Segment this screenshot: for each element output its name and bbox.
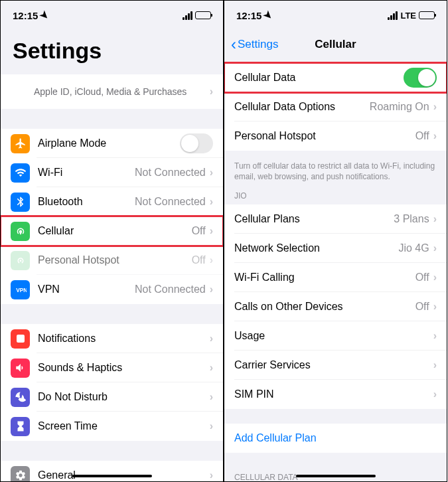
chevron-right-icon: › <box>433 330 437 342</box>
bluetooth-icon <box>11 193 30 212</box>
alerts-group: Notifications›Sounds & Haptics›Do Not Di… <box>1 324 223 441</box>
svg-rect-1 <box>17 335 25 343</box>
wificall-label: Wi-Fi Calling <box>234 272 411 283</box>
airplane-icon <box>11 134 30 153</box>
network-detail: Jio 4G <box>398 242 429 254</box>
general-icon <box>11 466 30 483</box>
network-label: Network Selection <box>234 242 394 254</box>
cell-options-label: Cellular Data Options <box>234 101 366 113</box>
simpin-label: SIM PIN <box>234 388 429 400</box>
vpn-detail: Not Connected <box>135 283 206 295</box>
cellular-icon <box>11 222 30 241</box>
home-indicator[interactable] <box>296 475 376 477</box>
signal-icon <box>183 11 192 20</box>
simpin-row[interactable]: SIM PIN› <box>224 380 447 409</box>
airplane-row[interactable]: Airplane Mode <box>1 129 223 158</box>
vpn-label: VPN <box>38 283 131 295</box>
add-plan-group: Add Cellular Plan <box>224 424 447 453</box>
vpn-icon: VPN <box>11 280 30 299</box>
airplane-label: Airplane Mode <box>38 137 180 149</box>
wificall-row[interactable]: Wi-Fi CallingOff› <box>224 263 447 292</box>
hotspot-detail: Off <box>192 254 206 266</box>
chevron-right-icon: › <box>433 101 437 113</box>
wifi-detail: Not Connected <box>135 167 206 179</box>
add-cellular-plan[interactable]: Add Cellular Plan <box>224 424 447 453</box>
cellular-main-group: Cellular DataCellular Data OptionsRoamin… <box>224 63 447 151</box>
dnd-icon <box>11 388 30 407</box>
screentime-icon <box>11 417 30 436</box>
location-icon: ➤ <box>38 8 52 23</box>
wifi-row[interactable]: Wi-FiNot Connected› <box>1 158 223 187</box>
status-time: 12:15 <box>236 10 261 21</box>
callsother-row[interactable]: Calls on Other DevicesOff› <box>224 292 447 321</box>
chevron-right-icon: › <box>433 301 437 313</box>
cell-data-row[interactable]: Cellular Data <box>224 63 447 92</box>
chevron-right-icon: › <box>433 213 437 225</box>
carrier-row[interactable]: Carrier Services› <box>224 351 447 380</box>
wifi-label: Wi-Fi <box>38 167 131 179</box>
hotspot-label: Personal Hotspot <box>38 254 188 266</box>
plans-row[interactable]: Cellular Plans3 Plans› <box>224 204 447 234</box>
vpn-row[interactable]: VPNVPNNot Connected› <box>1 275 223 304</box>
hotspot-detail: Off <box>415 130 429 142</box>
svg-text:VPN: VPN <box>16 287 27 293</box>
chevron-right-icon: › <box>210 225 213 237</box>
battery-icon <box>195 11 211 19</box>
chevron-right-icon: › <box>210 86 213 98</box>
general-row[interactable]: General› <box>1 461 223 482</box>
chevron-right-icon: › <box>210 469 213 481</box>
hotspot-row[interactable]: Personal HotspotOff› <box>1 246 223 275</box>
notifications-label: Notifications <box>38 333 206 345</box>
back-label: Settings <box>238 38 278 51</box>
chevron-right-icon: › <box>210 391 213 403</box>
cellular-screen: 12:15 ➤ LTE ‹ Settings Cellular Cellular… <box>224 0 447 482</box>
cell-options-row[interactable]: Cellular Data OptionsRoaming On› <box>224 92 447 121</box>
page-title: Settings <box>1 30 223 70</box>
hotspot-row[interactable]: Personal HotspotOff› <box>224 121 447 151</box>
screentime-row[interactable]: Screen Time› <box>1 412 223 441</box>
status-time: 12:15 <box>13 10 38 21</box>
chevron-right-icon: › <box>433 130 437 142</box>
sounds-label: Sounds & Haptics <box>38 362 206 374</box>
bluetooth-row[interactable]: BluetoothNot Connected› <box>1 187 223 216</box>
network-row[interactable]: Network SelectionJio 4G› <box>224 234 447 263</box>
carrier-header: JIO <box>224 189 447 204</box>
hotspot-label: Personal Hotspot <box>234 130 411 142</box>
cell-options-detail: Roaming On <box>370 101 429 113</box>
back-button[interactable]: ‹ Settings <box>231 37 278 52</box>
plans-label: Cellular Plans <box>234 213 390 225</box>
wificall-detail: Off <box>415 272 429 283</box>
notifications-icon <box>11 329 30 349</box>
callsother-detail: Off <box>415 301 429 313</box>
wifi-icon <box>11 163 30 183</box>
chevron-right-icon: › <box>210 362 213 374</box>
chevron-right-icon: › <box>210 333 213 345</box>
chevron-right-icon: › <box>433 272 437 283</box>
settings-screen: 12:15 ➤ Settings Apple ID, iCloud, Media… <box>0 0 224 482</box>
sounds-row[interactable]: Sounds & Haptics› <box>1 353 223 382</box>
chevron-right-icon: › <box>210 254 213 266</box>
signal-icon <box>388 11 398 20</box>
battery-icon <box>419 11 435 19</box>
chevron-right-icon: › <box>210 420 213 432</box>
airplane-toggle[interactable] <box>180 133 213 153</box>
cellular-footer: Turn off cellular data to restrict all d… <box>224 157 447 189</box>
usage-row[interactable]: Usage› <box>224 321 447 351</box>
add-plan-label: Add Cellular Plan <box>234 432 437 444</box>
location-icon: ➤ <box>261 8 276 23</box>
apple-id-label: Apple ID, iCloud, Media & Purchases <box>1 74 223 109</box>
chevron-right-icon: › <box>433 242 437 254</box>
chevron-right-icon: › <box>210 283 213 295</box>
dnd-row[interactable]: Do Not Disturb› <box>1 382 223 412</box>
cellular-detail: Off <box>192 225 206 237</box>
cellular-row[interactable]: CellularOff› <box>1 216 223 246</box>
plans-detail: 3 Plans <box>394 213 429 225</box>
home-indicator[interactable] <box>72 475 152 477</box>
apple-id-row[interactable]: Apple ID, iCloud, Media & Purchases › <box>1 74 223 109</box>
chevron-right-icon: › <box>210 167 213 179</box>
notifications-row[interactable]: Notifications› <box>1 324 223 353</box>
nav-bar: ‹ Settings Cellular <box>224 30 447 59</box>
cell-data-toggle[interactable] <box>404 68 437 88</box>
carrier-label: Carrier Services <box>234 359 429 371</box>
usage-label: Usage <box>234 330 429 342</box>
